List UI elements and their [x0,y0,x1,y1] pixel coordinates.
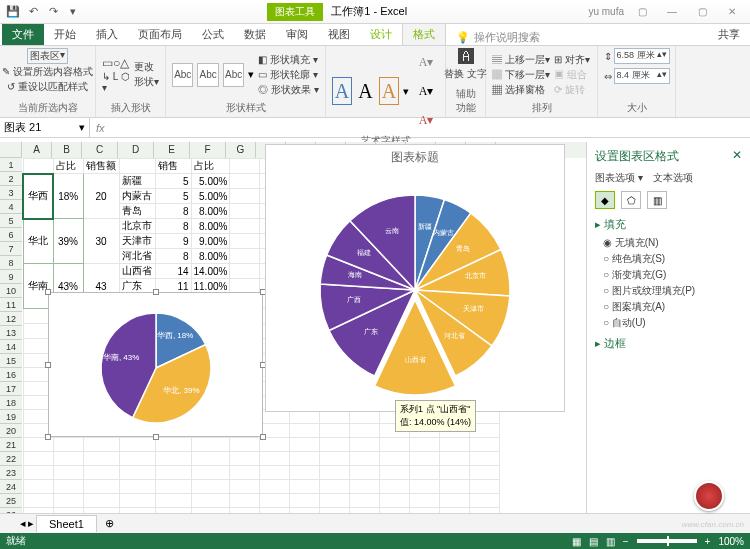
format-selection-button[interactable]: ✎ 设置所选内容格式 [2,65,93,79]
shape-style-preset[interactable]: Abc [172,63,193,87]
wordart-preset[interactable]: A [356,77,375,105]
tab-pagelayout[interactable]: 页面布局 [128,24,192,45]
shape-outline-button[interactable]: ▭ 形状轮廓 ▾ [258,68,319,82]
fill-option-radio[interactable]: ○ 图片或纹理填充(P) [603,284,742,298]
tab-review[interactable]: 审阅 [276,24,318,45]
view-normal-icon[interactable]: ▦ [572,536,581,547]
format-task-pane: 设置图表区格式 ✕ 图表选项 ▾ 文本选项 ◆ ⬠ ▥ ▸ 填充 ◉ 无填充(N… [586,142,750,513]
pie-chart-1: 华西, 18%华北, 39%华南, 43% [51,293,261,433]
fill-option-radio[interactable]: ○ 纯色填充(S) [603,252,742,266]
shape-style-preset[interactable]: Abc [223,63,244,87]
assistant-avatar[interactable] [694,481,724,511]
zoom-out-icon[interactable]: − [623,536,629,547]
tp-tab-chart-options[interactable]: 图表选项 ▾ [595,171,643,185]
svg-text:华南, 43%: 华南, 43% [102,353,138,362]
wordart-more-icon[interactable]: ▾ [403,85,409,98]
zoom-in-icon[interactable]: + [705,536,711,547]
svg-text:广西: 广西 [347,296,361,303]
undo-icon[interactable]: ↶ [24,3,42,21]
task-pane-close-icon[interactable]: ✕ [732,148,742,165]
wordart-preset[interactable]: A [379,77,399,105]
save-icon[interactable]: 💾 [4,3,22,21]
row-headers[interactable]: 1234567891011121314151617181920212223242… [0,158,22,513]
tab-format[interactable]: 格式 [402,23,446,45]
tell-me-search[interactable]: 💡操作说明搜索 [456,30,540,45]
new-sheet-button[interactable]: ⊕ [99,517,120,530]
fill-option-radio[interactable]: ○ 自动(U) [603,316,742,330]
fill-option-radio[interactable]: ○ 图案填充(A) [603,300,742,314]
select-all-corner[interactable] [0,142,22,158]
status-bar: 就绪 ▦ ▤ ▥ − + 100% [0,533,750,549]
view-pagebreak-icon[interactable]: ▥ [606,536,615,547]
tab-home[interactable]: 开始 [44,24,86,45]
fill-option-radio[interactable]: ◉ 无填充(N) [603,236,742,250]
svg-text:山西省: 山西省 [405,356,426,363]
svg-text:内蒙古: 内蒙古 [433,229,454,236]
formula-bar[interactable]: fx [90,118,750,137]
svg-text:广东: 广东 [364,328,378,335]
workbook-title: 工作簿1 - Excel [331,4,407,19]
fill-option-radio[interactable]: ○ 渐变填充(G) [603,268,742,282]
bring-forward-button[interactable]: ▤ 上移一层▾ [492,53,550,67]
fill-line-tab-icon[interactable]: ◆ [595,191,615,209]
group-label: 当前所选内容 [6,101,89,115]
selection-pane-button[interactable]: ▦ 选择窗格 [492,83,550,97]
border-section-header[interactable]: ▸ 边框 [595,336,742,351]
effects-tab-icon[interactable]: ⬠ [621,191,641,209]
tab-insert[interactable]: 插入 [86,24,128,45]
chart-title[interactable]: 图表标题 [266,145,564,170]
ribbon-options-icon[interactable]: ▢ [630,3,654,21]
chart-small-pie[interactable]: 华西, 18%华北, 39%华南, 43% [48,292,263,437]
send-backward-button[interactable]: ▥ 下移一层▾ [492,68,550,82]
alt-text-button[interactable]: 🅰替换 文字 [452,48,479,87]
redo-icon[interactable]: ↷ [44,3,62,21]
sheet-nav-prev-icon[interactable]: ◂ [20,517,26,530]
shape-fill-button[interactable]: ◧ 形状填充 ▾ [258,53,319,67]
tab-view[interactable]: 视图 [318,24,360,45]
height-input[interactable]: 6.58 厘米▴▾ [614,48,670,64]
name-box[interactable]: 图表 21▾ [0,118,90,137]
group-label: 排列 [492,101,591,115]
svg-text:云南: 云南 [385,227,399,234]
worksheet-grid[interactable]: ABCDEFGHIJKLMNO 123456789101112131415161… [0,142,586,513]
datapoint-tooltip: 系列1 点 "山西省"值: 14.00% (14%) [395,400,476,432]
wordart-preset[interactable]: A [332,77,352,105]
group-label: 大小 [604,101,669,115]
tab-design[interactable]: 设计 [360,24,402,45]
group-label: 辅助功能 [452,87,479,115]
rotate-button[interactable]: ⟳ 旋转 [554,83,590,97]
chart-big-pie[interactable]: 图表标题 新疆内蒙古青岛北京市天津市河北省山西省广东广西海南福建云南 [265,144,565,412]
user-name[interactable]: yu mufa [588,6,624,17]
close-icon[interactable]: ✕ [720,3,744,21]
sheet-tabs-bar: ◂ ▸ Sheet1 ⊕ [0,513,750,533]
width-input[interactable]: 8.4 厘米▴▾ [614,68,670,84]
tp-tab-text-options[interactable]: 文本选项 [653,171,693,185]
qat-more-icon[interactable]: ▾ [64,3,82,21]
tab-file[interactable]: 文件 [2,24,44,45]
reset-style-button[interactable]: ↺ 重设以匹配样式 [7,80,88,94]
svg-text:河北省: 河北省 [444,332,465,339]
size-props-tab-icon[interactable]: ▥ [647,191,667,209]
chart-element-selector[interactable]: 图表区▾ [27,48,68,64]
view-pagelayout-icon[interactable]: ▤ [589,536,598,547]
status-ready: 就绪 [6,534,26,548]
fill-section-header[interactable]: ▸ 填充 [595,217,742,232]
group-button[interactable]: ▣ 组合 [554,68,590,82]
sheet-nav-next-icon[interactable]: ▸ [28,517,34,530]
shape-style-preset[interactable]: Abc [197,63,218,87]
tab-data[interactable]: 数据 [234,24,276,45]
style-gallery-more-icon[interactable]: ▾ [248,68,254,81]
minimize-icon[interactable]: — [660,3,684,21]
tab-formulas[interactable]: 公式 [192,24,234,45]
fx-icon: fx [96,122,105,134]
shape-effects-button[interactable]: ◎ 形状效果 ▾ [258,83,319,97]
change-shape-button[interactable]: 更改形状▾ [134,60,159,89]
share-button[interactable]: 共享 [708,24,750,45]
maximize-icon[interactable]: ▢ [690,3,714,21]
ribbon: 图表区▾ ✎ 设置所选内容格式 ↺ 重设以匹配样式 当前所选内容 ▭○△↳ L … [0,46,750,118]
sheet-tab[interactable]: Sheet1 [36,515,97,532]
svg-text:华西, 18%: 华西, 18% [156,331,192,340]
align-button[interactable]: ⊞ 对齐▾ [554,53,590,67]
svg-text:青岛: 青岛 [456,245,470,252]
zoom-level[interactable]: 100% [718,536,744,547]
